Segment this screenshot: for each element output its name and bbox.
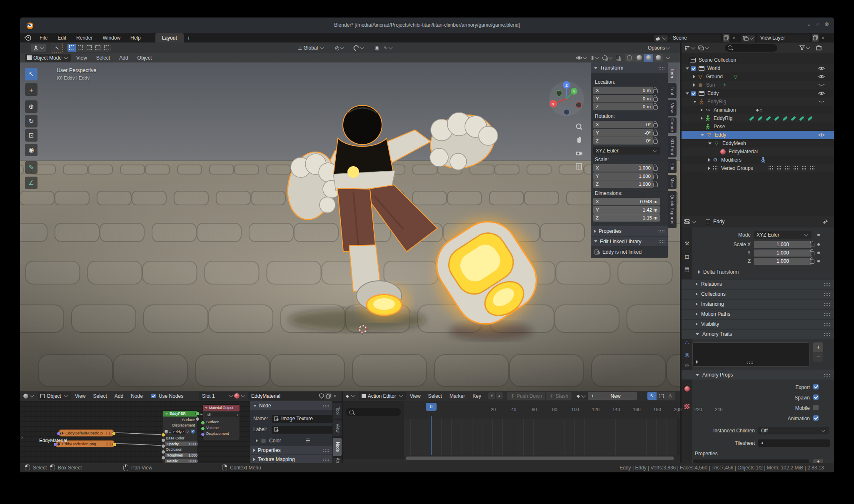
options-dropdown[interactable]: Options	[648, 45, 670, 51]
lock-icon[interactable]	[653, 167, 658, 171]
outliner-row-sun[interactable]: Sun☀	[682, 81, 834, 89]
region-collapse-arrow[interactable]: ‹	[677, 408, 679, 414]
transform-field-dimensions-y[interactable]: Y1.42 m	[593, 206, 660, 214]
sidebar-tab-view[interactable]: View	[668, 100, 677, 116]
transform-field-scale-x[interactable]: X1.000	[593, 164, 653, 172]
shader-tab-tool[interactable]: Tool	[333, 403, 342, 419]
panel-expand-triangle[interactable]	[594, 67, 597, 69]
sidebar-tab-misc[interactable]: Misc	[668, 175, 677, 189]
unlink-material-button[interactable]: ×	[333, 393, 336, 399]
expander-triangle[interactable]	[701, 117, 703, 120]
copy-material-button[interactable]	[325, 393, 332, 399]
dope-mode-dropdown[interactable]: Action Editor	[359, 392, 406, 400]
dope-menu-view[interactable]: View	[406, 393, 425, 399]
armory-traits-list[interactable]	[692, 342, 810, 367]
new-collection-button[interactable]	[816, 45, 822, 51]
properties-tab-material[interactable]	[682, 384, 692, 394]
traits-add-button[interactable]: +	[813, 342, 823, 352]
outliner-row-world[interactable]: World	[682, 64, 834, 72]
armory-check-spawn[interactable]: Spawn	[692, 394, 834, 401]
viewlayer-type-selector[interactable]	[742, 35, 755, 42]
sidebar-tab-create[interactable]: Create	[668, 117, 677, 133]
transform-field-scale-y[interactable]: Y1.000	[593, 172, 653, 180]
traits-footer-triangle[interactable]	[696, 360, 698, 364]
scene-name-field[interactable]: Scene	[669, 35, 721, 42]
lock-icon[interactable]	[653, 175, 658, 179]
properties-tab-particles[interactable]: ∴	[682, 337, 692, 348]
shading-wireframe[interactable]	[625, 54, 634, 62]
scale-field[interactable]: 1.000	[754, 250, 812, 257]
expander-triangle[interactable]	[708, 167, 710, 170]
sidebar-tab-edit[interactable]: Edit	[668, 159, 677, 173]
armory-check-export[interactable]: Export	[692, 384, 834, 391]
outliner-row-pose[interactable]: Pose	[682, 122, 834, 131]
dope-menu-marker[interactable]: Marker	[446, 393, 469, 399]
shader-menu-node[interactable]: Node	[127, 393, 147, 399]
select-mode-intersect[interactable]	[102, 44, 111, 52]
shader-menu-view[interactable]: View	[71, 393, 90, 399]
minimize-icon[interactable]: ⌄	[807, 21, 811, 27]
outliner-row-eddy[interactable]: ▽Eddy	[682, 131, 834, 139]
panel-expand-triangle[interactable]	[253, 405, 257, 407]
filter-dropdown[interactable]	[799, 45, 811, 50]
shader-tab-node[interactable]: Node	[333, 438, 342, 456]
display-mode-button[interactable]	[698, 45, 710, 51]
lock-icon[interactable]	[810, 243, 814, 247]
collapse-triangle[interactable]	[165, 413, 168, 414]
menu-help[interactable]: Help	[127, 35, 145, 41]
properties-tab-physics[interactable]: ◎	[682, 349, 692, 360]
outliner-row-vertex-groups[interactable]: Vertex Groups	[682, 164, 834, 172]
menu-window[interactable]: Window	[99, 35, 124, 41]
gizmo-dropdown[interactable]: ⊕	[590, 55, 600, 61]
zoom-button[interactable]	[575, 123, 583, 131]
shader-menu-add[interactable]: Add	[111, 393, 127, 399]
close-icon[interactable]: ⊗	[824, 21, 829, 27]
lock-icon[interactable]	[653, 140, 658, 144]
transform-orientation-dropdown[interactable]: ⊥Global	[298, 45, 325, 51]
viewport-menu-object[interactable]: Object	[134, 55, 156, 61]
tilesheet-field[interactable]	[758, 439, 830, 447]
name-field[interactable]: Image Texture	[272, 415, 332, 423]
perspective-toggle-button[interactable]	[575, 162, 583, 170]
menu-render[interactable]: Render	[72, 35, 96, 41]
label-field[interactable]	[272, 426, 332, 434]
object-mode-dropdown[interactable]: Object Mode	[25, 54, 71, 62]
editor-type-button[interactable]: ◆	[346, 394, 356, 398]
timeline-scrollbar[interactable]	[406, 457, 674, 460]
shading-solid[interactable]	[634, 54, 644, 62]
playhead-badge[interactable]: 0	[426, 403, 437, 411]
editor-type-button[interactable]	[684, 219, 697, 225]
pivot-point-dropdown[interactable]: ◎	[335, 45, 345, 51]
checkbox[interactable]	[813, 405, 819, 410]
maximize-icon[interactable]: ○	[816, 21, 819, 27]
tab-layout[interactable]: Layout	[155, 33, 184, 42]
slider-metallic[interactable]: Metalic0.000	[165, 459, 198, 463]
xray-toggle[interactable]	[616, 56, 620, 60]
section-visibility[interactable]: Visibility	[682, 319, 834, 329]
checkbox[interactable]	[813, 394, 819, 400]
transform-field-dimensions-x[interactable]: X0.948 m	[593, 198, 660, 205]
color-row[interactable]: Color☰	[256, 438, 310, 444]
outliner-search-field[interactable]	[725, 44, 777, 52]
animate-dot[interactable]	[817, 252, 820, 254]
timeline-ruler[interactable]: 20406080100120140160180200220240	[404, 401, 680, 419]
viewport-menu-select[interactable]: Select	[92, 55, 114, 61]
section-armory-traits[interactable]: Armory Traits	[682, 329, 834, 339]
instanced-children-dropdown[interactable]: Off	[758, 427, 829, 434]
expander-triangle[interactable]	[693, 83, 695, 87]
transform-field-dimensions-z[interactable]: Z1.15 m	[593, 214, 660, 222]
transform-field-location-y[interactable]: Y0 m	[593, 95, 653, 102]
move-channel-up-button[interactable]: ▲	[496, 392, 503, 399]
visibility-dropdown[interactable]	[576, 56, 588, 60]
expander-triangle[interactable]	[701, 108, 703, 112]
transform-field-scale-z[interactable]: Z1.000	[593, 180, 653, 188]
overlays-dropdown[interactable]	[602, 55, 613, 60]
select-mode-extend[interactable]	[76, 44, 85, 52]
falloff-dropdown[interactable]: ∿	[383, 45, 393, 51]
camera-view-button[interactable]	[575, 149, 583, 157]
expander-triangle[interactable]	[708, 158, 710, 162]
dope-menu-key[interactable]: Key	[469, 393, 485, 399]
snap-dropdown[interactable]	[353, 45, 365, 50]
group-datablock-row[interactable]: EddyP2✓	[165, 429, 196, 434]
visibility-toggle[interactable]	[818, 91, 825, 95]
